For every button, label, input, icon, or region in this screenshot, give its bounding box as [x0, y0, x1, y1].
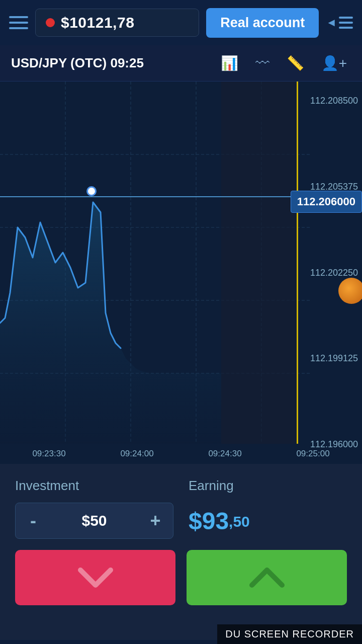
time-label-4: 09:25:00 [269, 449, 357, 459]
price-label-2: 112.205375 [310, 182, 358, 192]
chevron-down-icon [75, 562, 116, 593]
live-indicator [46, 18, 55, 27]
decrease-investment-button[interactable]: - [16, 503, 51, 538]
future-overlay [221, 82, 297, 444]
chart-toolbar: USD/JPY (OTC) 09:25 📊 〰 📏 👤+ [0, 45, 362, 82]
price-label-3: 112.202250 [310, 268, 358, 278]
recorder-badge: DU SCREEN RECORDER [217, 624, 362, 644]
earning-cents: ,50 [229, 513, 250, 530]
pair-label: USD/JPY (OTC) 09:25 [11, 55, 208, 71]
chart-area: 112.206000 112.208500 112.205375 112.202… [0, 82, 362, 464]
back-arrow-icon: ◄ [326, 16, 337, 29]
price-label-4: 112.199125 [310, 353, 358, 364]
header: $10121,78 Real account ◄ [0, 0, 362, 45]
time-label-1: 09:23:30 [5, 449, 93, 459]
ruler-icon[interactable]: 📏 [283, 53, 308, 73]
balance-area: $10121,78 [35, 9, 199, 37]
hamburger-menu[interactable] [9, 16, 28, 29]
trade-buttons [15, 550, 347, 605]
investment-value: $50 [51, 512, 138, 529]
investment-control: - $50 + [15, 503, 173, 539]
earning-whole: $93 [189, 507, 229, 535]
investment-label: Investment [15, 478, 173, 494]
bottom-panel: Investment - $50 + Earning $93,50 [0, 464, 362, 640]
trade-up-button[interactable] [187, 550, 347, 605]
current-time-line [297, 82, 298, 444]
price-label-1: 112.208500 [310, 96, 358, 106]
earning-col: Earning $93,50 [189, 478, 347, 539]
line-chart-icon[interactable]: 〰 [251, 53, 274, 73]
bar-chart-icon[interactable]: 📊 [217, 53, 242, 73]
balance-value: $10121,78 [61, 14, 134, 31]
increase-investment-button[interactable]: + [138, 503, 173, 538]
menu-lines-icon [339, 17, 353, 29]
time-label-3: 09:24:30 [181, 449, 269, 459]
investment-col: Investment - $50 + [15, 478, 173, 539]
trade-row: Investment - $50 + Earning $93,50 [15, 478, 347, 539]
earning-value: $93,50 [189, 503, 347, 539]
trade-down-button[interactable] [15, 550, 175, 605]
time-label-2: 09:24:00 [93, 449, 181, 459]
price-axis: 112.208500 112.205375 112.202250 112.199… [306, 82, 362, 464]
earning-label: Earning [189, 478, 347, 494]
chevron-up-icon [247, 562, 287, 593]
cursor-dot [86, 186, 97, 196]
right-menu[interactable]: ◄ [326, 16, 353, 29]
add-indicator-icon[interactable]: 👤+ [317, 53, 351, 73]
real-account-button[interactable]: Real account [206, 8, 319, 38]
time-axis: 09:23:30 09:24:00 09:24:30 09:25:00 [0, 444, 362, 464]
